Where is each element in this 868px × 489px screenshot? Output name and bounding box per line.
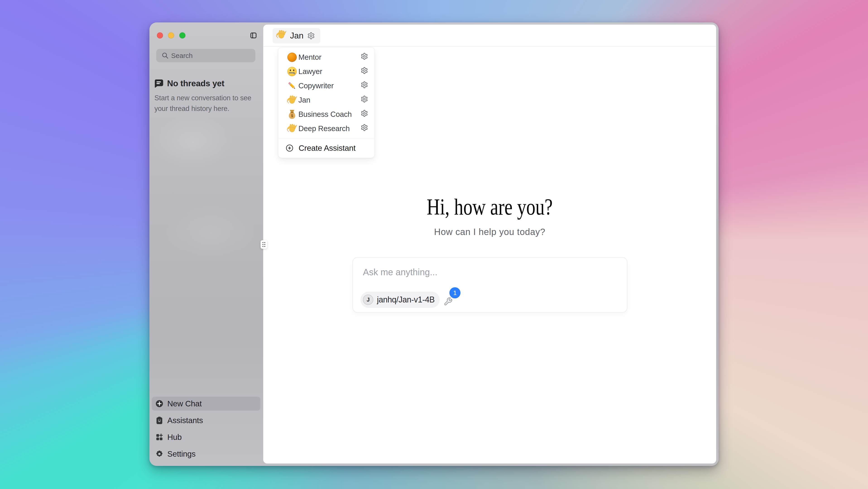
svg-text:$: $ xyxy=(291,114,293,118)
